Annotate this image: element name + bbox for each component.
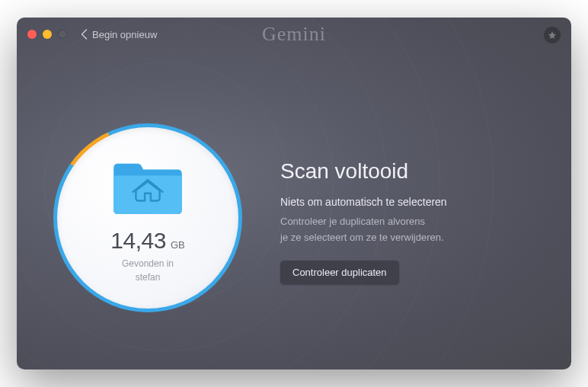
close-button[interactable]: [27, 30, 37, 39]
chevron-left-icon: [81, 29, 88, 40]
results-panel: Scan voltooid Niets om automatisch te se…: [280, 152, 535, 285]
back-label: Begin opnieuw: [92, 29, 157, 40]
minimize-button[interactable]: [43, 30, 52, 39]
traffic-lights: [27, 30, 67, 39]
scan-size-unit: GB: [171, 239, 185, 251]
review-duplicates-button[interactable]: Controleer duplicaten: [280, 261, 399, 284]
scan-size-value: 14,43: [110, 228, 166, 254]
app-window: Begin opnieuw Gemini: [17, 18, 571, 369]
app-logo: Gemini: [262, 23, 326, 46]
maximize-button[interactable]: [58, 30, 67, 39]
results-subtitle: Niets om automatisch te selecteren: [280, 196, 535, 208]
home-folder-icon: [110, 158, 185, 217]
main-content: 14,43 GB Gevonden in stefan Scan voltooi…: [17, 51, 571, 369]
favorite-button[interactable]: [544, 27, 561, 43]
results-description: Controleer je duplicaten alvorens je ze …: [280, 214, 535, 246]
scan-location: Gevonden in stefan: [122, 257, 174, 284]
found-in-label: Gevonden in: [122, 258, 174, 269]
back-button[interactable]: Begin opnieuw: [81, 29, 157, 40]
titlebar: Begin opnieuw Gemini: [17, 18, 571, 51]
results-heading: Scan voltooid: [280, 159, 535, 184]
star-icon: [548, 30, 557, 40]
scan-result-circle: 14,43 GB Gevonden in stefan: [53, 123, 242, 312]
scan-size: 14,43 GB: [110, 228, 184, 254]
found-in-location: stefan: [136, 272, 161, 283]
